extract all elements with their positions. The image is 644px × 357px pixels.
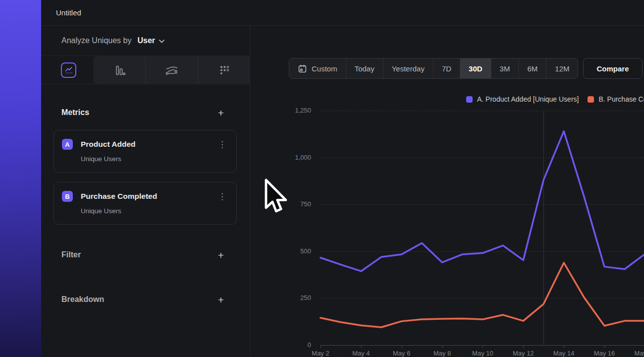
x-axis-tick bbox=[402, 346, 402, 348]
x-axis-tick-label: May 8 bbox=[433, 350, 451, 357]
desktop-wallpaper bbox=[0, 0, 41, 357]
x-axis-tick bbox=[361, 346, 362, 348]
chart-series-svg bbox=[250, 26, 644, 357]
x-axis-tick-label: May 12 bbox=[513, 350, 534, 357]
analyze-by-value[interactable]: User bbox=[137, 36, 155, 45]
analytics-app-window: Untitled Analyze Uniques by User bbox=[41, 0, 644, 357]
y-axis-tick-label: 750 bbox=[250, 200, 311, 208]
x-axis-tick bbox=[483, 346, 483, 348]
x-axis-tick bbox=[321, 346, 321, 348]
x-axis-tick bbox=[442, 346, 443, 348]
bar-chart-icon bbox=[113, 64, 126, 77]
y-axis-tick-label: 1,250 bbox=[250, 107, 311, 114]
x-axis-tick-label: May 4 bbox=[352, 350, 370, 357]
metric-badge-a: A bbox=[62, 139, 73, 150]
chart-type-tabs bbox=[41, 56, 250, 84]
x-axis-tick-label: May 14 bbox=[553, 350, 575, 357]
tab-line-chart[interactable] bbox=[61, 62, 76, 78]
add-filter-button[interactable]: + bbox=[218, 250, 224, 260]
metric-badge-b: B bbox=[62, 191, 73, 202]
metric-name: Product Added bbox=[81, 140, 216, 149]
y-gridline bbox=[321, 298, 644, 298]
analyze-by-label: Analyze Uniques by bbox=[61, 36, 131, 45]
chart-type-tab-tray bbox=[93, 56, 250, 84]
flows-icon bbox=[165, 64, 179, 76]
filter-label: Filter bbox=[61, 250, 81, 259]
report-title[interactable]: Untitled bbox=[56, 8, 81, 17]
y-axis-tick-label: 500 bbox=[250, 247, 311, 255]
add-breakdown-button[interactable]: + bbox=[218, 295, 224, 305]
add-metric-button[interactable]: + bbox=[218, 108, 224, 118]
metric-card-b[interactable]: B Purchase Completed ⋮ Unique Users bbox=[54, 182, 237, 225]
series-line-b bbox=[321, 263, 644, 327]
metric-card-a[interactable]: A Product Added ⋮ Unique Users bbox=[54, 130, 237, 173]
metrics-section-header: Metrics + bbox=[41, 104, 250, 121]
x-axis-tick bbox=[523, 346, 524, 348]
y-gridline bbox=[321, 111, 644, 111]
filter-section-header: Filter + bbox=[41, 246, 250, 263]
metric-menu-icon[interactable]: ⋮ bbox=[216, 139, 228, 150]
x-axis-tick-label: May 2 bbox=[312, 350, 329, 357]
chart-panel: Custom Today Yesterday 7D 30D 3M 6M 12M … bbox=[250, 26, 644, 357]
breakdown-label: Breakdown bbox=[61, 295, 104, 304]
y-axis-tick-label: 1,000 bbox=[250, 154, 311, 161]
grid-dots-icon bbox=[218, 64, 230, 76]
query-sidebar: Analyze Uniques by User bbox=[41, 26, 250, 357]
metrics-label: Metrics bbox=[61, 108, 89, 117]
tab-bar-chart[interactable] bbox=[93, 56, 145, 84]
metric-menu-icon[interactable]: ⋮ bbox=[216, 191, 228, 202]
series-line-a bbox=[321, 131, 644, 271]
x-axis-tick bbox=[604, 346, 605, 348]
vertical-gridline bbox=[543, 111, 544, 345]
x-axis-tick-label: May 6 bbox=[393, 350, 410, 357]
y-axis-tick-label: 250 bbox=[250, 294, 311, 301]
chevron-down-icon[interactable] bbox=[159, 39, 165, 44]
x-axis-tick-label: May 10 bbox=[472, 350, 493, 357]
line-chart-icon bbox=[64, 65, 73, 75]
top-bar: Untitled bbox=[41, 0, 644, 26]
metric-name: Purchase Completed bbox=[81, 192, 216, 201]
x-axis-tick bbox=[564, 346, 564, 348]
tab-grid-dots[interactable] bbox=[198, 56, 250, 84]
y-axis-tick-label: 0 bbox=[250, 341, 311, 349]
y-gridline bbox=[321, 158, 644, 158]
breakdown-section-header: Breakdown + bbox=[41, 291, 250, 308]
x-axis-tick-label: May 16 bbox=[594, 350, 615, 357]
analyze-by-row: Analyze Uniques by User bbox=[41, 26, 250, 56]
y-gridline bbox=[321, 204, 644, 205]
metric-measurement[interactable]: Unique Users bbox=[81, 155, 228, 163]
x-axis-tick-label: May 18 bbox=[635, 350, 644, 357]
metric-measurement[interactable]: Unique Users bbox=[81, 207, 228, 215]
y-gridline bbox=[321, 251, 644, 252]
tab-flows[interactable] bbox=[145, 56, 198, 84]
line-chart-plot[interactable]: 1,2501,0007505002500May 2May 4May 6May 8… bbox=[250, 26, 644, 357]
